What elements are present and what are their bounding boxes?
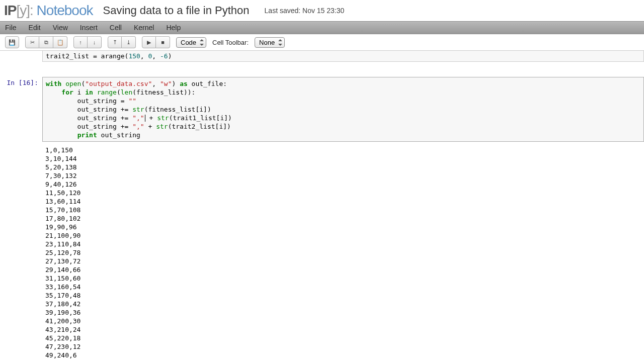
stop-icon: ■ bbox=[161, 39, 165, 45]
cell-toolbar-select[interactable]: None bbox=[255, 37, 285, 48]
insert-below-button[interactable]: ⤓ bbox=[122, 36, 136, 48]
cell-toolbar-value: None bbox=[259, 39, 275, 46]
insert-above-button[interactable]: ⤒ bbox=[108, 36, 122, 48]
cell-type-select[interactable]: Code bbox=[176, 37, 206, 48]
stop-button[interactable]: ■ bbox=[156, 36, 170, 48]
ipython-logo: IP[y]: Notebook bbox=[4, 3, 93, 19]
menu-cell[interactable]: Cell bbox=[110, 24, 122, 32]
menubar: File Edit View Insert Cell Kernel Help bbox=[0, 21, 644, 34]
code-input[interactable]: with open("output_data.csv", "w") as out… bbox=[42, 77, 644, 142]
input-prompt: In [16]: bbox=[0, 77, 42, 142]
logo-notebook: Notebook bbox=[37, 3, 93, 18]
menu-help[interactable]: Help bbox=[166, 24, 181, 32]
save-icon: 💾 bbox=[9, 39, 16, 46]
move-down-button[interactable]: ↓ bbox=[88, 36, 102, 48]
copy-icon: ⧉ bbox=[44, 39, 48, 46]
play-icon: ▶ bbox=[147, 39, 151, 46]
cut-icon: ✂ bbox=[30, 39, 35, 46]
notebook-title[interactable]: Saving data to a file in Python bbox=[103, 4, 249, 17]
arrow-up-icon: ↑ bbox=[79, 39, 82, 45]
last-saved-label: Last saved: Nov 15 23:30 bbox=[265, 7, 345, 15]
paste-icon: 📋 bbox=[57, 39, 64, 46]
menu-kernel[interactable]: Kernel bbox=[134, 24, 154, 32]
insert-above-icon: ⤒ bbox=[113, 39, 117, 46]
logo-ip: IP bbox=[4, 3, 16, 18]
menu-edit[interactable]: Edit bbox=[29, 24, 41, 32]
menu-insert[interactable]: Insert bbox=[80, 24, 98, 32]
logo-bracket: [y]: bbox=[16, 3, 33, 18]
arrow-down-icon: ↓ bbox=[93, 39, 96, 45]
cell-toolbar-label: Cell Toolbar: bbox=[212, 39, 249, 46]
code-cell: In [16]: with open("output_data.csv", "w… bbox=[0, 77, 644, 142]
cell-type-value: Code bbox=[181, 39, 196, 46]
copy-button[interactable]: ⧉ bbox=[39, 36, 53, 48]
paste-button[interactable]: 📋 bbox=[53, 36, 67, 48]
save-button[interactable]: 💾 bbox=[5, 36, 19, 48]
notebook-header: IP[y]: Notebook Saving data to a file in… bbox=[0, 0, 644, 21]
insert-below-icon: ⤓ bbox=[126, 39, 131, 46]
cell-output: 1,0,150 3,10,144 5,20,138 7,30,132 9,40,… bbox=[42, 142, 644, 361]
menu-view[interactable]: View bbox=[53, 24, 68, 32]
run-button[interactable]: ▶ bbox=[142, 36, 156, 48]
previous-cell-tail[interactable]: trait2_list = arange(150, 0, -6) bbox=[42, 51, 644, 62]
notebook-area: trait2_list = arange(150, 0, -6) In [16]… bbox=[0, 51, 644, 361]
text-cursor bbox=[145, 115, 145, 122]
menu-file[interactable]: File bbox=[5, 24, 17, 32]
cut-button[interactable]: ✂ bbox=[25, 36, 39, 48]
toolbar: 💾 ✂ ⧉ 📋 ↑ ↓ ⤒ ⤓ ▶ ■ Code Cell Toolbar: N… bbox=[0, 34, 644, 51]
move-up-button[interactable]: ↑ bbox=[73, 36, 88, 48]
